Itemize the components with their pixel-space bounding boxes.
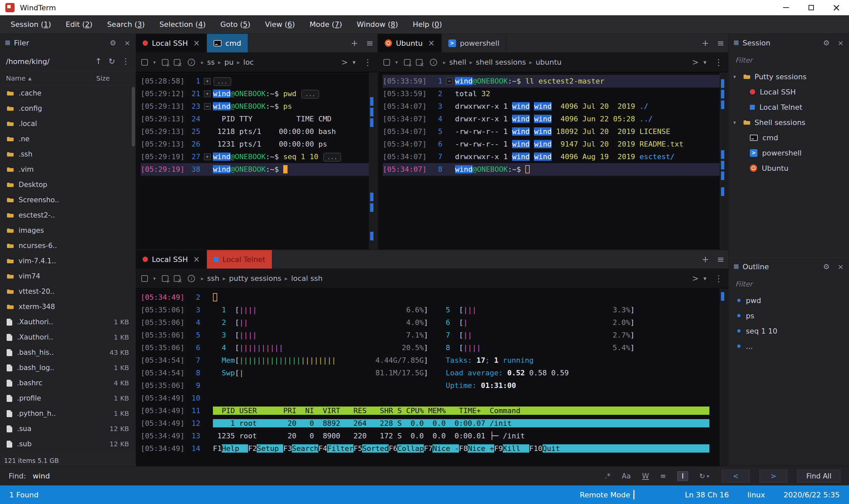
- breadcrumb-item-pu[interactable]: pu: [224, 58, 234, 66]
- close-button[interactable]: ×: [824, 0, 849, 15]
- tab-local-telnet[interactable]: Local Telnet: [207, 250, 272, 269]
- scrollbar[interactable]: [369, 72, 377, 249]
- more-options-icon[interactable]: ⋮: [715, 57, 723, 67]
- close-panel-icon[interactable]: ×: [838, 263, 844, 271]
- breadcrumb-item-ubuntu[interactable]: ubuntu: [536, 58, 561, 66]
- session-group-shell-sessions[interactable]: ▾Shell sessions: [729, 115, 849, 130]
- filer-item-vttest-20[interactable]: vttest-20..: [0, 284, 131, 299]
- new-tab-icon[interactable]: +: [698, 34, 713, 52]
- filer-item-ncurses-6[interactable]: ncurses-6..: [0, 238, 131, 253]
- filer-item-bash-his[interactable]: .bash_his..43 KB: [0, 345, 131, 360]
- terminal-viewport[interactable]: [05:34:49]2 [05:35:06]3 1 [|||| 6.6%] 5 …: [136, 288, 728, 466]
- find-all-button[interactable]: Find All: [797, 470, 841, 483]
- expand-fold-icon[interactable]: +: [204, 78, 211, 85]
- match-case-icon[interactable]: Aa: [622, 472, 631, 480]
- cursor-position[interactable]: Ln 38 Ch 16: [685, 491, 729, 499]
- up-directory-icon[interactable]: ↑: [95, 57, 102, 66]
- maximize-button[interactable]: [799, 0, 824, 15]
- tab-list-icon[interactable]: ≡: [713, 34, 728, 52]
- chevron-down-icon[interactable]: ▾: [395, 59, 398, 65]
- scrollbar[interactable]: [720, 288, 728, 466]
- column-name[interactable]: Name ▲: [6, 74, 91, 82]
- filer-item-local[interactable]: .local: [0, 116, 131, 131]
- session-item-cmd[interactable]: cmd: [729, 130, 849, 145]
- filer-item-xauthori[interactable]: .Xauthori..1 KB: [0, 314, 131, 329]
- menu-item-mode[interactable]: Mode (7): [302, 15, 349, 34]
- new-tab-icon[interactable]: +: [698, 250, 713, 269]
- tab-powershell[interactable]: >powershell: [442, 34, 506, 52]
- filer-item-vim-7-4-1[interactable]: vim-7.4.1..: [0, 253, 131, 269]
- close-panel-icon[interactable]: ×: [838, 39, 844, 47]
- filer-item-config[interactable]: .config: [0, 101, 131, 116]
- filer-item-vim[interactable]: .vim: [0, 162, 131, 177]
- duplicate-terminal-icon[interactable]: [162, 59, 168, 66]
- chevron-down-icon[interactable]: ▾: [153, 59, 156, 65]
- collapse-fold-icon[interactable]: −: [446, 78, 453, 85]
- terminal-type[interactable]: linux: [747, 491, 765, 499]
- filer-item-cache[interactable]: .cache: [0, 86, 131, 101]
- filer-scrollbar[interactable]: [131, 86, 136, 454]
- filer-item-xauthori[interactable]: .Xauthori..1 KB: [0, 329, 131, 345]
- column-size[interactable]: Size: [91, 74, 130, 82]
- menu-item-help[interactable]: Help (0): [405, 15, 449, 34]
- chevron-down-icon[interactable]: ▾: [153, 275, 156, 282]
- expand-fold-icon[interactable]: +: [204, 154, 211, 160]
- menu-item-window[interactable]: Window (8): [349, 15, 405, 34]
- close-tab-icon[interactable]: ×: [193, 38, 200, 48]
- filer-item-bashrc[interactable]: .bashrc4 KB: [0, 375, 131, 391]
- send-icon[interactable]: >: [692, 58, 699, 67]
- session-filter[interactable]: Filter: [729, 52, 849, 69]
- filer-item-python-h[interactable]: .python_h..1 KB: [0, 406, 131, 421]
- close-terminal-icon[interactable]: [416, 59, 422, 66]
- send-icon[interactable]: >: [341, 58, 348, 67]
- new-terminal-icon[interactable]: [141, 275, 148, 282]
- send-icon[interactable]: >: [692, 274, 699, 283]
- find-next-button[interactable]: >: [759, 470, 787, 483]
- outline-item-[interactable]: ...: [729, 339, 849, 354]
- breadcrumb-item-local-ssh[interactable]: local ssh: [291, 274, 323, 283]
- close-tab-icon[interactable]: ×: [428, 38, 435, 48]
- breadcrumb-item-ss[interactable]: ss: [207, 58, 215, 66]
- more-options-icon[interactable]: ⋮: [715, 273, 723, 284]
- collapse-fold-icon[interactable]: −: [204, 103, 211, 110]
- tab-list-icon[interactable]: ≡: [362, 34, 377, 52]
- wrap-search-icon[interactable]: ↻ ▾: [700, 472, 709, 480]
- filer-scrollbar-thumb[interactable]: [132, 87, 135, 147]
- expand-icon[interactable]: ▾: [703, 59, 706, 66]
- outline-filter[interactable]: Filter: [729, 275, 849, 293]
- chevron-down-icon[interactable]: ▾: [733, 119, 739, 126]
- close-panel-icon[interactable]: ×: [124, 39, 130, 47]
- tab-list-icon[interactable]: ≡: [713, 250, 728, 269]
- tab-cmd[interactable]: cmd: [207, 34, 248, 52]
- info-icon[interactable]: i: [188, 59, 195, 66]
- duplicate-terminal-icon[interactable]: [162, 275, 168, 282]
- filer-item-screensho[interactable]: Screensho..: [0, 192, 131, 208]
- gear-icon[interactable]: ⚙: [823, 39, 830, 47]
- new-tab-icon[interactable]: +: [347, 34, 362, 52]
- breadcrumb-item-putty-sessions[interactable]: putty sessions: [229, 274, 282, 283]
- in-selection-icon[interactable]: ≡: [660, 472, 666, 480]
- gear-icon[interactable]: ⚙: [823, 263, 830, 271]
- find-input[interactable]: [32, 471, 596, 481]
- outline-item-seq-1-10[interactable]: seq 1 10: [729, 323, 849, 339]
- filer-item-sua[interactable]: .sua12 KB: [0, 421, 131, 436]
- session-item-local-telnet[interactable]: Local Telnet: [729, 100, 849, 115]
- session-item-ubuntu[interactable]: Ubuntu: [729, 161, 849, 176]
- mode-indicator[interactable]: Remote Mode: [580, 491, 630, 499]
- menu-item-edit[interactable]: Edit (2): [58, 15, 100, 34]
- terminal-viewport[interactable]: [05:33:59]1−wind@ONEBOOK:~$ ll esctest2-…: [378, 72, 728, 249]
- expand-fold-icon[interactable]: +: [204, 91, 211, 97]
- regex-icon[interactable]: .*: [605, 472, 611, 480]
- collapsed-output-box[interactable]: ...: [302, 90, 319, 98]
- filer-item-ssh[interactable]: .ssh: [0, 147, 131, 162]
- close-terminal-icon[interactable]: [174, 275, 180, 282]
- gear-icon[interactable]: ⚙: [110, 39, 116, 47]
- filer-item-xterm-348[interactable]: xterm-348: [0, 299, 131, 314]
- more-options-icon[interactable]: ⋮: [363, 57, 372, 67]
- session-item-local-ssh[interactable]: Local SSH: [729, 84, 849, 100]
- outline-item-pwd[interactable]: pwd: [729, 293, 849, 308]
- duplicate-terminal-icon[interactable]: [404, 59, 411, 66]
- close-tab-icon[interactable]: ×: [193, 255, 200, 264]
- close-terminal-icon[interactable]: [174, 59, 180, 66]
- minimize-button[interactable]: [773, 0, 799, 15]
